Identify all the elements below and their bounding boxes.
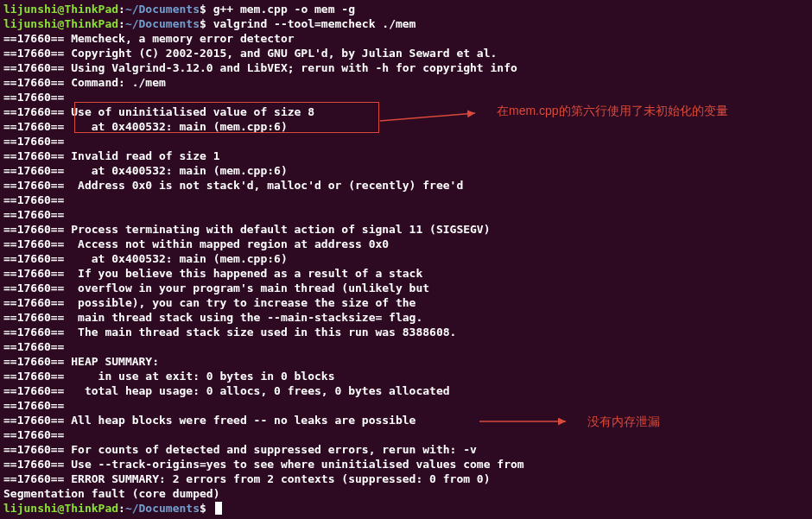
output-line: ==17660== [3,134,809,149]
output-line: ==17660== Use --track-origins=yes to see… [3,457,809,472]
output-line: ==17660== [3,427,809,442]
output-line: ==17660== overflow in your program's mai… [3,281,809,295]
output-line: ==17660== [3,339,809,354]
output-line: ==17660== Invalid read of size 1 [3,149,809,163]
cwd: ~/Documents [125,17,200,30]
output-line: ==17660== [3,207,809,222]
user-host: lijunshi@ThinkPad [3,3,118,16]
cursor-block [215,502,222,515]
output-line: ==17660== [3,398,809,413]
prompt-line-3: lijunshi@ThinkPad:~/Documents$ [3,501,809,516]
output-line: ==17660== at 0x400532: main (mem.cpp:6) [3,163,809,178]
terminal-output[interactable]: lijunshi@ThinkPad:~/Documents$ g++ mem.c… [3,2,809,516]
output-line: ==17660== total heap usage: 0 allocs, 0 … [3,383,809,398]
output-line: ==17660== Memcheck, a memory error detec… [3,31,809,46]
output-line: ==17660== HEAP SUMMARY: [3,354,809,369]
user-host: lijunshi@ThinkPad [3,502,118,515]
output-line: ==17660== Command: ./mem [3,75,809,90]
output-line: ==17660== For counts of detected and sup… [3,442,809,457]
output-line: ==17660== Copyright (C) 2002-2015, and G… [3,46,809,60]
annotation-text-bottom: 没有内存泄漏 [587,415,660,429]
output-line: ==17660== Using Valgrind-3.12.0 and LibV… [3,60,809,75]
prompt-line-1: lijunshi@ThinkPad:~/Documents$ g++ mem.c… [3,2,809,16]
output-line: ==17660== All heap blocks were freed -- … [3,413,809,427]
output-line: ==17660== possible), you can try to incr… [3,295,809,310]
output-line: ==17660== main thread stack using the --… [3,310,809,325]
output-line: ==17660== Process terminating with defau… [3,222,809,237]
output-line: ==17660== [3,90,809,104]
output-line: ==17660== [3,193,809,207]
output-line: ==17660== If you believe this happened a… [3,266,809,281]
output-line: ==17660== Address 0x0 is not stack'd, ma… [3,178,809,193]
output-line: ==17660== in use at exit: 0 bytes in 0 b… [3,369,809,383]
output-line: ==17660== at 0x400532: main (mem.cpp:6) [3,251,809,266]
command-1: g++ mem.cpp -o mem -g [213,3,355,16]
command-2: valgrind --tool=memcheck ./mem [213,17,416,30]
cwd: ~/Documents [125,502,200,515]
output-line: ==17660== ERROR SUMMARY: 2 errors from 2… [3,472,809,486]
user-host: lijunshi@ThinkPad [3,17,118,30]
output-line: Segmentation fault (core dumped) [3,486,809,501]
output-line: ==17660== The main thread stack size use… [3,325,809,339]
annotation-text-top: 在mem.cpp的第六行使用了未初始化的变量 [497,104,728,118]
cwd: ~/Documents [125,3,200,16]
output-line: ==17660== at 0x400532: main (mem.cpp:6) [3,119,809,134]
output-line: ==17660== Access not within mapped regio… [3,237,809,251]
prompt-line-2: lijunshi@ThinkPad:~/Documents$ valgrind … [3,16,809,31]
